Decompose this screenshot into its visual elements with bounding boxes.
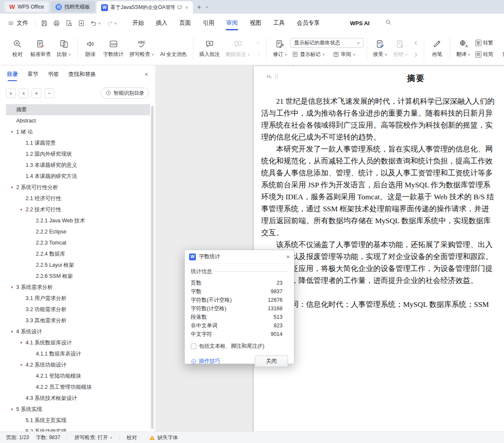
include-textbox-checkbox[interactable]: 包括文本框、脚注和尾注(F) bbox=[191, 343, 288, 350]
toc-item[interactable]: 4.2.2 员工管理功能模块 bbox=[6, 382, 150, 393]
toc-item[interactable]: 4 系统设计 bbox=[6, 326, 150, 337]
save-button[interactable] bbox=[39, 18, 50, 29]
toc-item[interactable]: 4.2 系统功能设计 bbox=[6, 359, 150, 370]
sidebar-tab[interactable]: 查找和替换 bbox=[68, 69, 96, 80]
print-preview-button[interactable] bbox=[64, 18, 74, 29]
read-aloud-button[interactable]: 朗读 bbox=[81, 37, 100, 60]
sidebar-scrollbar[interactable] bbox=[151, 106, 154, 429]
ai-polish-button[interactable]: AI 全文润色 bbox=[157, 37, 190, 60]
close-tab-icon[interactable] bbox=[185, 5, 188, 11]
dialog-close-icon[interactable] bbox=[286, 254, 290, 260]
toc-item[interactable]: 摘要 bbox=[6, 104, 150, 115]
insert-comment-button[interactable]: 插入批注 bbox=[196, 37, 223, 60]
toc-item[interactable]: 1.2 国内外研究现状 bbox=[6, 149, 150, 160]
export-pdf-button[interactable] bbox=[76, 18, 87, 29]
menu-tab[interactable]: 视图 bbox=[244, 14, 267, 32]
docer-tab[interactable]: 稻 找稻壳模板 bbox=[51, 1, 95, 12]
toc-item[interactable]: 3.3 其他需求分析 bbox=[6, 315, 150, 326]
wps-ai-button[interactable]: WPS AI bbox=[337, 20, 373, 27]
toc-expand-icon[interactable] bbox=[10, 286, 16, 289]
toc-item[interactable]: 2.1 经济可行性 bbox=[6, 193, 150, 204]
toc-item[interactable]: 2.2 技术可行性 bbox=[6, 204, 150, 215]
proofread-status[interactable]: 校对 bbox=[127, 434, 137, 441]
new-tab-button[interactable] bbox=[197, 3, 201, 11]
spell-check-button[interactable]: 拼写检查 bbox=[127, 37, 157, 60]
toc-expand-icon[interactable] bbox=[10, 408, 16, 411]
markup-state-select[interactable]: 显示标记的最终状态 bbox=[290, 38, 364, 48]
toc-item[interactable]: 2.2.6 SSM 框架 bbox=[6, 271, 150, 282]
toc-item[interactable]: 1.4 本课题的研究方法 bbox=[6, 171, 150, 182]
drag-handle-icon[interactable] bbox=[275, 74, 278, 79]
toc-item[interactable]: 2.2.2 Eclipse bbox=[6, 226, 150, 237]
toc-item[interactable]: 5.1 系统主页实现 bbox=[6, 415, 150, 426]
comment-bubble-icon[interactable] bbox=[177, 5, 183, 10]
toc-item[interactable]: 3.2 功能需求分析 bbox=[6, 304, 150, 315]
toc-item[interactable]: 4.1 系统数据库设计 bbox=[6, 337, 150, 348]
toc-expand-icon[interactable] bbox=[10, 330, 16, 334]
toc-item[interactable]: 3 系统需求分析 bbox=[6, 282, 150, 293]
tips-link[interactable]: 操作技巧 bbox=[191, 358, 220, 365]
toc-item[interactable]: 2 系统可行性分析 bbox=[6, 182, 150, 193]
ink-brush-button[interactable]: 画笔 bbox=[427, 37, 447, 60]
close-button[interactable]: 关闭 bbox=[255, 356, 288, 367]
menu-tab[interactable]: 插入 bbox=[150, 14, 173, 32]
proofread-button[interactable]: 校对 bbox=[8, 37, 27, 60]
toc-item[interactable]: 2.2.4 数据库 bbox=[6, 248, 150, 259]
toc-item[interactable]: 1 绪 论 bbox=[6, 126, 150, 137]
redo-button[interactable] bbox=[105, 18, 119, 29]
toc-item[interactable]: 2.2.3 Tomcat bbox=[6, 237, 150, 248]
expand-all-button[interactable] bbox=[19, 88, 29, 98]
decrease-level-button[interactable] bbox=[44, 88, 54, 98]
toc-item[interactable]: 4.1.1 数据库表设计 bbox=[6, 348, 150, 359]
toc-expand-icon[interactable] bbox=[10, 186, 16, 189]
undo-dropdown-icon[interactable] bbox=[98, 21, 101, 24]
track-changes-button[interactable]: 修订 bbox=[270, 37, 290, 60]
file-menu[interactable]: 文件 bbox=[4, 19, 32, 27]
delete-comment-button[interactable]: 删除批注 bbox=[223, 37, 253, 60]
close-pane-icon[interactable] bbox=[145, 71, 148, 78]
undo-button[interactable] bbox=[88, 18, 103, 29]
standard-review-button[interactable]: 标准审查 bbox=[27, 37, 54, 60]
search-button[interactable] bbox=[383, 17, 393, 29]
increase-level-button[interactable] bbox=[32, 88, 41, 98]
tab-list-dropdown-icon[interactable] bbox=[205, 6, 208, 9]
show-markup-button[interactable]: 显示标记 bbox=[290, 50, 327, 59]
menu-tab[interactable]: 工具 bbox=[267, 14, 291, 32]
missing-font-warning[interactable]: 缺失字体 bbox=[149, 434, 178, 441]
word-count-indicator[interactable]: 字数: 9837 bbox=[36, 434, 60, 441]
toc-item[interactable]: 1.3 本课题研究的意义 bbox=[6, 160, 150, 171]
menu-tab[interactable]: 引用 bbox=[197, 14, 220, 32]
toc-item[interactable]: 2.2.5 Layui 框架 bbox=[6, 259, 150, 271]
next-revision-button[interactable] bbox=[411, 50, 421, 60]
toc-expand-icon[interactable] bbox=[20, 208, 26, 212]
toc-item[interactable]: 3.1 用户需求分析 bbox=[6, 293, 150, 304]
previous-revision-button[interactable] bbox=[411, 38, 421, 48]
page-indicator[interactable]: 页面: 1/23 bbox=[6, 434, 29, 441]
print-button[interactable] bbox=[51, 18, 62, 29]
checkbox-box[interactable] bbox=[191, 344, 196, 349]
to-traditional-button[interactable]: 繁 转繁 bbox=[474, 38, 495, 48]
smart-identify-button[interactable]: 智能识别目录 bbox=[101, 87, 149, 99]
toc-item[interactable]: 5.2 系统功能实现 bbox=[6, 426, 150, 431]
accept-button[interactable]: 接受 bbox=[370, 37, 390, 60]
reject-button[interactable]: 拒绝 bbox=[390, 37, 411, 60]
translate-button[interactable]: 翻译 bbox=[453, 37, 474, 60]
menu-tab[interactable]: 开始 bbox=[126, 14, 150, 32]
document-tab[interactable]: W 基于JavaSSM的企业OA管理 bbox=[96, 1, 193, 14]
word-count-button[interactable]: 字数统计 bbox=[100, 37, 127, 60]
toc-item[interactable]: 2.2.1 Java Web 技术 bbox=[6, 215, 150, 226]
toc-item[interactable]: 4.3 系统技术框架设计 bbox=[6, 393, 150, 404]
toc-item[interactable]: 4.2.1 登陆功能模块 bbox=[6, 370, 150, 382]
to-simplified-button[interactable]: 简 转简 bbox=[474, 50, 495, 59]
document-area[interactable]: H₁ 摘要 21 世纪是信息技术飞速发展的时代，计算机科学已深深融入人们的 活与… bbox=[156, 65, 504, 431]
menu-tab[interactable]: 页面 bbox=[173, 14, 197, 32]
compare-button[interactable]: 比较 bbox=[54, 37, 74, 60]
restrict-edit-button[interactable]: 限制 bbox=[498, 37, 504, 60]
review-pane-button[interactable]: 审阅 bbox=[331, 50, 358, 59]
document-page[interactable]: H₁ 摘要 21 世纪是信息技术飞速发展的时代，计算机科学已深深融入人们的 活与… bbox=[254, 66, 504, 431]
toc-expand-icon[interactable] bbox=[20, 341, 26, 345]
wps-home-tab[interactable]: W WPS Office bbox=[4, 1, 49, 12]
next-comment-button[interactable] bbox=[253, 50, 263, 60]
toc-item[interactable]: 1.1 课题背景 bbox=[6, 137, 150, 149]
collapse-all-button[interactable] bbox=[6, 88, 16, 98]
